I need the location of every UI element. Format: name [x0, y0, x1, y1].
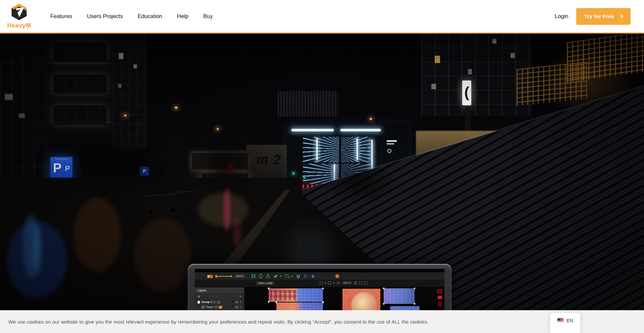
freeform-tool-icon	[273, 274, 278, 278]
us-flag-icon	[557, 318, 564, 322]
resolution-chip: 1920 x 1080	[256, 281, 275, 285]
toolbar-midi-group	[335, 272, 339, 280]
nav-buy[interactable]: Buy	[203, 13, 213, 19]
logo-mark	[387, 143, 394, 145]
layer-row-group: Group 1 (0)	[195, 299, 244, 304]
building-left	[0, 34, 50, 191]
nav-features[interactable]: Features	[50, 13, 72, 19]
zoom-in-icon: +	[354, 281, 357, 284]
login-link[interactable]: Login	[555, 13, 568, 19]
light-bar	[291, 129, 334, 131]
nav-users-projects[interactable]: Users Projects	[87, 13, 123, 19]
y-value: 0	[333, 281, 334, 284]
mapping-surface	[269, 288, 323, 302]
lit-window	[5, 94, 13, 100]
opacity-value: 100%	[236, 275, 242, 277]
heavym-logo-icon	[10, 4, 28, 22]
add-point-icon	[311, 274, 315, 278]
scooter-wheel	[169, 207, 177, 214]
x-value: 0	[325, 281, 326, 284]
parking-letter-small: P	[65, 164, 70, 173]
canvas-zoom-value: 100 %	[342, 281, 352, 285]
language-code: EN	[567, 318, 573, 333]
ellipse-tool-icon	[259, 274, 263, 278]
reflection-cyan	[33, 225, 42, 275]
toolbar-snap-group	[296, 272, 315, 280]
transform-controls: 0 0 − 100 % +	[320, 281, 367, 285]
brightness-slider	[215, 275, 232, 278]
cta-label: Try for Free	[584, 13, 614, 19]
light-tube	[357, 138, 358, 160]
reflection-warm	[74, 198, 121, 272]
rectangle-tool-icon	[251, 274, 256, 278]
group-count: (0)	[213, 300, 216, 303]
stepper-icon	[243, 275, 244, 277]
layer-action-icons: ↩↪	[212, 295, 219, 298]
light-bar	[340, 129, 381, 131]
office-building	[50, 34, 113, 138]
lit-window	[19, 113, 25, 118]
tree-silhouette	[322, 161, 396, 205]
lit-office-floor	[53, 74, 107, 94]
cookie-message: We use cookies on our website to give yo…	[8, 319, 428, 325]
slider-track	[218, 276, 231, 277]
building-mid-left	[113, 34, 146, 149]
lit-window	[435, 56, 440, 63]
lit-window	[492, 39, 496, 44]
grab-icon	[217, 301, 220, 303]
street-lamp	[175, 107, 177, 109]
media-chip-icon	[219, 306, 222, 309]
light-tube	[316, 138, 318, 160]
page: HeavyM Features Users Projects Education…	[0, 0, 644, 333]
height-handles-icon	[328, 281, 331, 284]
image-layer-icon	[202, 306, 205, 308]
dropdown-caret-icon	[291, 276, 293, 277]
lit-window	[468, 69, 472, 74]
lit-trellis	[517, 62, 587, 106]
lit-office-floor	[53, 105, 107, 125]
scooter-silhouette	[174, 190, 198, 207]
parking-brand-text: INDIGO	[50, 158, 72, 160]
nav-help[interactable]: Help	[177, 13, 189, 19]
chevron-right-icon	[619, 14, 623, 18]
logo-text: HeavyM	[7, 22, 31, 29]
group-checkbox-icon	[198, 301, 200, 303]
language-selector[interactable]: EN	[550, 313, 580, 333]
visibility-eye-icon	[235, 306, 238, 308]
nav-education[interactable]: Education	[138, 13, 162, 19]
mapping-surface	[384, 288, 415, 304]
pan-icon	[364, 281, 367, 284]
dropdown-caret-icon	[280, 276, 282, 277]
visibility-eye-icon	[235, 301, 238, 303]
player-name: Player 10	[206, 306, 217, 309]
m2-sign: m 2	[257, 152, 282, 167]
reflection-pink	[235, 218, 239, 248]
transform-tool-icon	[285, 274, 289, 278]
layer-row-player: Player 10	[195, 304, 244, 310]
try-for-free-button[interactable]: Try for Free	[576, 8, 631, 25]
row-chevron-icon	[240, 301, 242, 302]
surface-grid	[390, 288, 415, 304]
layers-actions-row: + ↩↪	[195, 293, 244, 299]
projection-ray-panel	[341, 137, 371, 162]
street-lamp	[124, 115, 126, 116]
app-toolbar: 100%	[195, 272, 444, 280]
projector-icon	[207, 274, 213, 278]
traffic-light-green	[292, 172, 294, 174]
venue-logos	[386, 140, 401, 160]
snap-points-icon	[304, 274, 308, 278]
scooter-wheel	[147, 208, 154, 215]
layers-panel-title: Layers	[195, 287, 244, 293]
cookie-banner: We use cookies on our website to give yo…	[0, 310, 644, 333]
outline-rect-icon	[437, 289, 442, 293]
tree-silhouette	[70, 137, 164, 198]
width-handles-icon	[320, 281, 323, 284]
reflection-pink	[224, 188, 230, 231]
lit-window	[118, 84, 121, 88]
group-name: Group 1	[202, 300, 212, 303]
slider-arrow	[231, 275, 232, 277]
street-lamp	[370, 118, 372, 120]
heavym-logo[interactable]: HeavyM	[5, 4, 34, 29]
solo-toggle-icon	[231, 301, 233, 303]
slider-knob	[215, 275, 218, 278]
